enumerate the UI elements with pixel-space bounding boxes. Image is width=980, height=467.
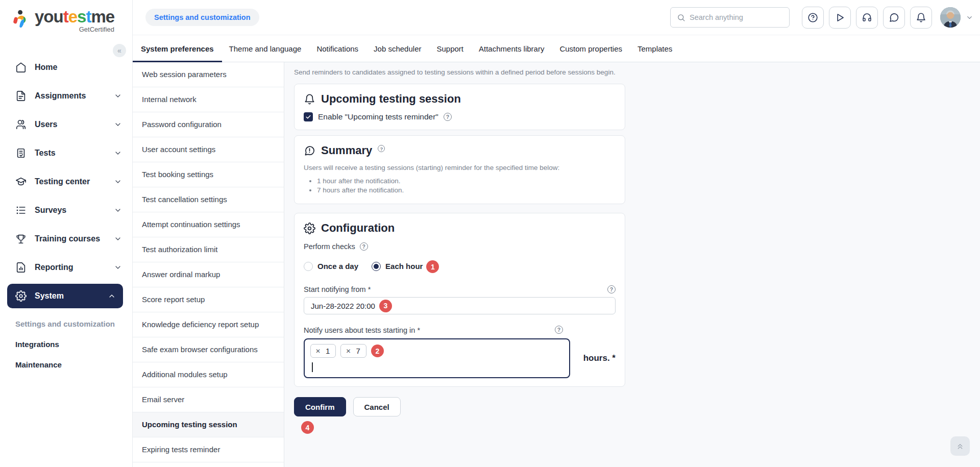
brand-logo: youtestme GetCertified bbox=[0, 0, 132, 35]
chevron-down-icon bbox=[114, 178, 122, 186]
settings-nav-item[interactable]: User account settings bbox=[133, 137, 284, 162]
help-button[interactable] bbox=[802, 7, 824, 29]
annotation-badge-2: 2 bbox=[371, 345, 384, 357]
support-button[interactable] bbox=[856, 7, 878, 29]
system-preferences-nav: Web session parameters Internal network … bbox=[133, 62, 284, 467]
radio-once-a-day-label: Once a day bbox=[317, 262, 358, 271]
settings-nav-item[interactable]: Expiring tests reminder bbox=[133, 437, 284, 462]
summary-card: Summary ? Users will receive a testing s… bbox=[294, 135, 625, 204]
sidebar-item-assignments[interactable]: Assignments bbox=[0, 82, 132, 110]
settings-nav-item[interactable]: Password configuration bbox=[133, 112, 284, 137]
subnav-item-maintenance[interactable]: Maintenance bbox=[0, 354, 132, 375]
tab-system-preferences[interactable]: System preferences bbox=[141, 35, 214, 62]
subnav-item-settings-and-customization[interactable]: Settings and customization bbox=[0, 313, 132, 334]
confirm-button[interactable]: Confirm bbox=[294, 397, 346, 416]
settings-nav-item-active[interactable]: Upcoming testing session bbox=[133, 412, 284, 437]
sidebar-item-reporting[interactable]: Reporting bbox=[0, 253, 132, 282]
summary-bullet: 7 hours after the notification. bbox=[317, 186, 616, 194]
tab-job-scheduler[interactable]: Job scheduler bbox=[374, 35, 421, 62]
chevron-down-icon bbox=[114, 149, 122, 157]
settings-nav-item[interactable]: Knowledge deficiency report setup bbox=[133, 312, 284, 337]
notifications-button[interactable] bbox=[910, 7, 932, 29]
chevron-up-icon bbox=[108, 292, 116, 300]
tab-notifications[interactable]: Notifications bbox=[316, 35, 358, 62]
card-title: Configuration bbox=[321, 222, 395, 235]
remove-chip-icon[interactable]: ✕ bbox=[346, 348, 351, 355]
sidebar-item-label: Tests bbox=[35, 149, 56, 158]
help-icon[interactable]: ? bbox=[607, 285, 616, 293]
radio-each-hour-label: Each hour bbox=[385, 262, 423, 271]
remove-chip-icon[interactable]: ✕ bbox=[315, 348, 321, 355]
settings-nav-item[interactable]: Test authorization limit bbox=[133, 237, 284, 262]
home-icon bbox=[15, 62, 27, 73]
headset-icon bbox=[862, 12, 872, 23]
help-icon[interactable]: ? bbox=[378, 145, 385, 152]
card-title: Summary bbox=[321, 144, 372, 157]
tab-templates[interactable]: Templates bbox=[638, 35, 672, 62]
reporting-icon bbox=[15, 262, 27, 273]
chevron-down-icon bbox=[114, 120, 122, 129]
summary-description: Users will receive a testing sessions (s… bbox=[304, 164, 616, 171]
settings-nav-item[interactable]: Answer ordinal markup bbox=[133, 262, 284, 287]
scroll-to-top-button[interactable] bbox=[950, 436, 970, 456]
sidebar-item-system[interactable]: System bbox=[7, 284, 123, 308]
help-icon[interactable]: ? bbox=[555, 326, 563, 334]
configuration-card: Configuration Perform checks ? Once a da… bbox=[294, 213, 625, 387]
sidebar-item-surveys[interactable]: Surveys bbox=[0, 196, 132, 225]
summary-bubble-icon bbox=[304, 145, 315, 157]
tutorials-button[interactable] bbox=[829, 7, 851, 29]
settings-nav-item[interactable]: Web session parameters bbox=[133, 62, 284, 87]
annotation-badge-4: 4 bbox=[301, 421, 314, 434]
subnav-item-integrations[interactable]: Integrations bbox=[0, 334, 132, 354]
chip-value: 1 bbox=[326, 347, 330, 355]
bell-icon bbox=[304, 93, 315, 105]
gear-icon bbox=[15, 290, 27, 302]
search-input[interactable] bbox=[690, 13, 785, 21]
card-title: Upcoming testing session bbox=[321, 92, 461, 106]
sidebar-collapse-button[interactable]: « bbox=[113, 44, 126, 57]
settings-nav-item[interactable]: Safe exam browser configurations bbox=[133, 337, 284, 362]
settings-nav-item[interactable]: Test cancellation settings bbox=[133, 187, 284, 212]
sidebar-item-tests[interactable]: Tests bbox=[0, 139, 132, 167]
settings-nav-item[interactable]: Score report setup bbox=[133, 287, 284, 312]
avatar[interactable] bbox=[940, 7, 961, 28]
start-notifying-input[interactable]: Jun-28-2022 20:00 3 bbox=[304, 297, 616, 314]
tab-custom-properties[interactable]: Custom properties bbox=[559, 35, 622, 62]
system-subnav: Settings and customization Integrations … bbox=[0, 313, 132, 375]
settings-nav-item[interactable]: Test booking settings bbox=[133, 162, 284, 187]
perform-checks-radio-group: Once a day Each hour 1 bbox=[304, 260, 616, 273]
tab-support[interactable]: Support bbox=[436, 35, 463, 62]
radio-once-a-day[interactable] bbox=[304, 262, 313, 271]
chat-button[interactable] bbox=[883, 7, 905, 29]
text-cursor bbox=[312, 362, 313, 372]
sidebar-item-home[interactable]: Home bbox=[0, 53, 132, 82]
settings-nav-item[interactable]: Email server bbox=[133, 387, 284, 412]
global-search bbox=[670, 7, 790, 28]
enable-reminder-label: Enable "Upcoming tests reminder" bbox=[318, 112, 438, 121]
sidebar-item-training-courses[interactable]: Training courses bbox=[0, 225, 132, 253]
sidebar-item-testing-center[interactable]: Testing center bbox=[0, 167, 132, 196]
sidebar-item-label: Users bbox=[35, 120, 57, 129]
assignments-icon bbox=[15, 90, 27, 102]
sidebar-item-label: Training courses bbox=[35, 234, 100, 243]
help-icon[interactable]: ? bbox=[444, 113, 452, 121]
enable-reminder-checkbox[interactable] bbox=[304, 112, 313, 121]
breadcrumb[interactable]: Settings and customization bbox=[145, 9, 259, 26]
notify-hours-multi-input[interactable]: ✕ 1 ✕ 7 2 bbox=[304, 338, 570, 378]
sidebar-nav: Home Assignments Users Tests Testing cen… bbox=[0, 53, 132, 375]
sidebar-item-users[interactable]: Users bbox=[0, 110, 132, 139]
help-icon[interactable]: ? bbox=[360, 242, 368, 251]
settings-nav-item[interactable]: Attempt continuation settings bbox=[133, 212, 284, 237]
start-notifying-label: Start notifying from * bbox=[304, 285, 371, 293]
tab-theme-and-language[interactable]: Theme and language bbox=[229, 35, 302, 62]
tab-attachments-library[interactable]: Attachments library bbox=[479, 35, 544, 62]
cancel-button[interactable]: Cancel bbox=[353, 397, 401, 416]
profile-caret-icon[interactable] bbox=[966, 14, 973, 21]
graduation-cap-icon bbox=[15, 176, 27, 187]
settings-nav-item[interactable]: Internal network bbox=[133, 87, 284, 112]
help-circle-icon bbox=[807, 12, 818, 23]
hours-suffix-label: hours. * bbox=[583, 353, 616, 363]
page-description: Send reminders to candidates assigned to… bbox=[294, 68, 625, 76]
radio-each-hour[interactable] bbox=[372, 262, 381, 271]
settings-nav-item[interactable]: Additional modules setup bbox=[133, 362, 284, 387]
